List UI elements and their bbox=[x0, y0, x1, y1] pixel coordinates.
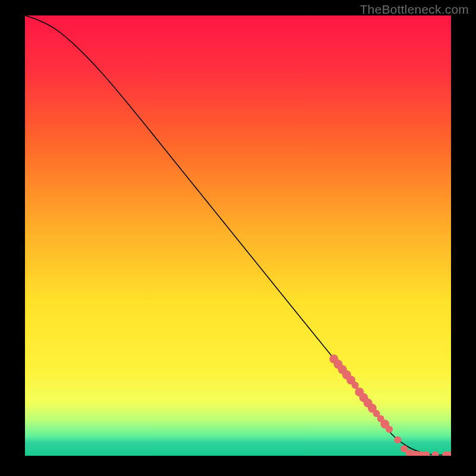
chart-stage: TheBottleneck.com bbox=[0, 0, 476, 476]
watermark-label: TheBottleneck.com bbox=[360, 2, 469, 17]
scatter-point bbox=[352, 382, 359, 389]
chart-plot bbox=[25, 15, 451, 456]
scatter-point bbox=[386, 426, 393, 433]
scatter-point bbox=[394, 436, 402, 443]
chart-background bbox=[25, 15, 451, 456]
